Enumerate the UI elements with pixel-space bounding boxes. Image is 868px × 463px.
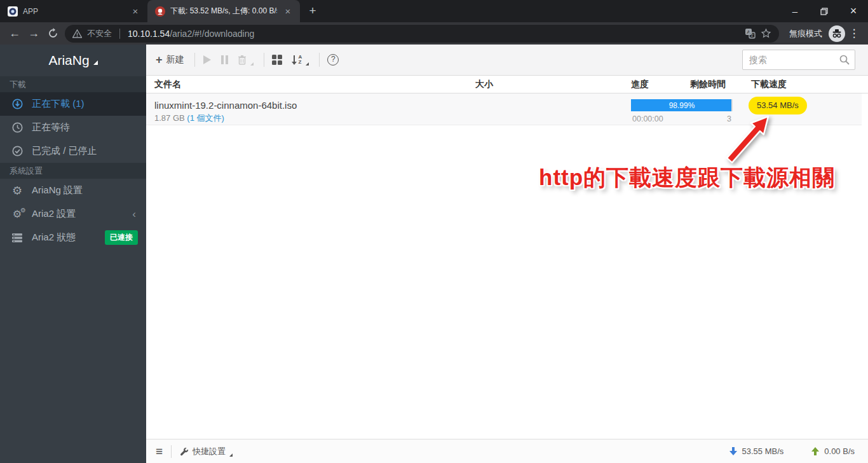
download-arrow-icon	[729, 447, 737, 455]
window-controls: – ×	[780, 0, 868, 22]
gear-icon: ⚙	[11, 185, 24, 197]
incognito-label: 無痕模式	[789, 28, 822, 39]
back-button[interactable]: ←	[5, 24, 24, 43]
forward-button[interactable]: →	[24, 24, 43, 43]
server-icon	[11, 233, 24, 243]
main-content: + 新建 AZ	[146, 45, 868, 463]
list-toggle-button[interactable]: ≡	[156, 445, 163, 457]
wrench-icon	[180, 447, 189, 456]
connected-status-badge: 已連接	[105, 230, 138, 245]
check-circle-icon	[11, 146, 24, 156]
column-header-speed: 下載速度	[751, 79, 787, 90]
tab-app[interactable]: APP ×	[0, 0, 147, 22]
start-button[interactable]	[203, 55, 212, 65]
search-input[interactable]	[742, 50, 855, 70]
download-circle-icon	[11, 99, 24, 109]
section-settings: 系統設置	[0, 163, 146, 179]
caret-down-icon	[306, 62, 309, 66]
sidebar-item-waiting[interactable]: 正在等待	[0, 116, 146, 139]
trash-icon	[238, 55, 247, 65]
close-window-button[interactable]: ×	[839, 0, 868, 22]
toolbar-divider	[194, 53, 195, 67]
sidebar: AriaNg 下載 正在下載 (1) 正在等待 已完成 / 已停止 系統設置 ⚙…	[0, 45, 146, 463]
pause-button[interactable]	[220, 55, 229, 65]
translate-icon[interactable]: A文	[745, 28, 756, 39]
toolbar-divider	[264, 53, 264, 67]
grid-icon	[272, 55, 282, 65]
column-header-filename: 文件名	[154, 79, 181, 90]
chevron-left-icon: ‹	[132, 208, 136, 221]
table-header: 文件名 大小 進度 剩餘時間 下載速度	[146, 76, 868, 93]
task-files-link[interactable]: (1 個文件)	[187, 113, 224, 123]
sidebar-item-label: AriaNg 設置	[32, 184, 83, 197]
sidebar-item-label: 正在下載 (1)	[32, 98, 85, 110]
sort-button[interactable]: AZ	[291, 55, 309, 66]
tab-close-icon[interactable]: ×	[282, 6, 294, 17]
global-download-speed: 53.55 MB/s	[742, 446, 784, 456]
ariang-favicon-icon	[155, 6, 165, 17]
url-host: 10.10.1.54	[128, 29, 170, 39]
new-tab-button[interactable]: +	[304, 3, 322, 20]
restore-button[interactable]	[810, 0, 839, 22]
tab-ariang-active[interactable]: 下載: 53.52 MB/s, 上傳: 0.00 B/s ×	[147, 0, 300, 22]
caret-down-icon	[250, 62, 254, 66]
search-box	[742, 50, 855, 70]
footer-divider	[171, 445, 172, 458]
command-toolbar: + 新建 AZ	[146, 45, 868, 76]
omnibox[interactable]: 不安全 10.10.1.54/aria2/#!/downloading A文	[65, 25, 779, 43]
status-bar: ≡ 快捷設置 53.55 MB/s 0.00 B/s	[146, 439, 868, 463]
security-label[interactable]: 不安全	[87, 28, 112, 39]
global-upload-speed: 0.00 B/s	[824, 446, 855, 456]
tab-title: APP	[23, 7, 125, 16]
annotation-text: http的下載速度跟下載源相關	[539, 163, 813, 193]
section-downloads: 下載	[0, 76, 146, 92]
sidebar-item-finished[interactable]: 已完成 / 已停止	[0, 139, 146, 163]
help-button[interactable]: ?	[327, 54, 339, 66]
browser-window: APP × 下載: 53.52 MB/s, 上傳: 0.00 B/s × + –…	[0, 0, 868, 463]
search-icon	[839, 55, 850, 65]
tab-close-icon[interactable]: ×	[130, 6, 141, 17]
column-header-progress: 進度	[631, 79, 649, 90]
progress-percent-label: 98.99%	[631, 99, 733, 111]
url-path: /aria2/#!/downloading	[170, 29, 254, 39]
bookmark-star-icon[interactable]	[761, 28, 771, 39]
tab-title: 下載: 53.52 MB/s, 上傳: 0.00 B/s	[170, 6, 277, 17]
task-size: 1.87 GB	[154, 113, 185, 123]
sidebar-item-aria2-settings[interactable]: ⚙ ⚙ Aria2 設置 ‹	[0, 202, 146, 226]
help-icon: ?	[327, 54, 339, 66]
browser-menu-icon[interactable]: ⋮	[845, 27, 863, 40]
task-size-line: 1.87 GB (1 個文件)	[154, 113, 224, 124]
pause-icon	[220, 55, 229, 65]
quick-settings-button[interactable]: 快捷設置	[180, 446, 233, 457]
app-favicon-icon	[8, 6, 18, 17]
sidebar-item-ariang-settings[interactable]: ⚙ AriaNg 設置	[0, 179, 146, 202]
task-filename: linuxmint-19.2-cinnamon-64bit.iso	[154, 100, 297, 111]
sort-alpha-icon: AZ	[291, 55, 302, 66]
not-secure-warning-icon	[72, 29, 82, 38]
address-bar: ← → 不安全 10.10.1.54/aria2/#!/downloading …	[0, 22, 868, 45]
sidebar-item-label: 正在等待	[32, 121, 70, 134]
url-text[interactable]: 10.10.1.54/aria2/#!/downloading	[128, 29, 740, 39]
play-icon	[203, 55, 212, 65]
sidebar-item-downloading[interactable]: 正在下載 (1)	[0, 92, 146, 116]
toolbar-divider	[319, 53, 320, 67]
svg-text:文: 文	[750, 32, 754, 38]
reload-button[interactable]	[43, 24, 62, 43]
delete-button[interactable]	[238, 55, 254, 65]
new-task-button[interactable]: + 新建	[156, 54, 184, 66]
tab-bar: APP × 下載: 53.52 MB/s, 上傳: 0.00 B/s × + –…	[0, 0, 868, 22]
annotation-arrow	[721, 111, 778, 170]
clock-icon	[11, 122, 24, 133]
view-mode-button[interactable]	[272, 55, 282, 65]
caret-down-icon	[229, 453, 233, 457]
upload-arrow-icon	[811, 447, 819, 455]
minimize-button[interactable]: –	[780, 0, 810, 22]
ariang-logo[interactable]: AriaNg	[0, 45, 146, 76]
sidebar-item-aria2-status[interactable]: Aria2 狀態 已連接	[0, 226, 146, 249]
sidebar-item-label: 已完成 / 已停止	[32, 145, 97, 157]
column-header-size: 大小	[475, 79, 493, 90]
global-speeds: 53.55 MB/s 0.00 B/s	[729, 446, 855, 456]
plus-icon: +	[156, 54, 163, 66]
gears-icon: ⚙ ⚙	[11, 209, 24, 219]
sidebar-item-label: Aria2 設置	[32, 208, 76, 220]
